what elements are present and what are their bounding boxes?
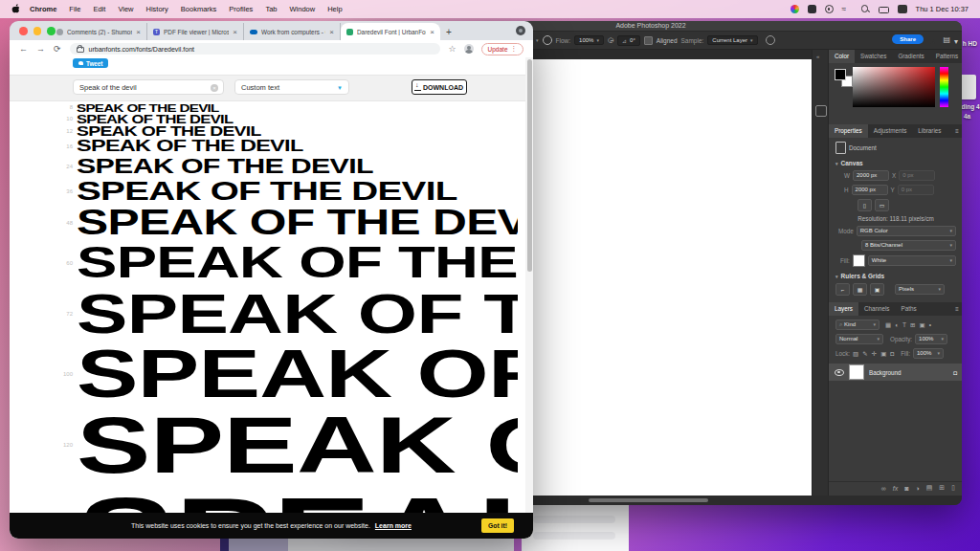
panel-menu-icon[interactable]: ≡ [955, 302, 962, 316]
preview-type-dropdown[interactable]: Custom text ▼ [234, 79, 349, 95]
workspace-switcher-icon[interactable]: ▤ [943, 36, 950, 44]
photoshop-canvas[interactable] [493, 59, 812, 496]
menu-bar-clock[interactable]: Thu 1 Dec 10:37 [916, 5, 969, 13]
control-center-icon[interactable] [898, 5, 907, 13]
layer-visibility-eye-icon[interactable] [835, 369, 844, 376]
update-button[interactable]: Update⋮ [481, 43, 523, 55]
rulers-toggle-icon[interactable]: ⌐ [835, 283, 850, 296]
menu-item-history[interactable]: History [146, 5, 168, 13]
menu-item-tab[interactable]: Tab [265, 5, 277, 13]
sample-dropdown[interactable]: Current Layer▾ [707, 35, 757, 45]
lock-transparency-icon[interactable]: ▨ [853, 350, 858, 358]
layer-name[interactable]: Background [869, 369, 902, 376]
color-field[interactable] [853, 67, 935, 107]
filter-type-layers-icon[interactable]: T [902, 321, 906, 329]
apple-menu-icon[interactable] [11, 4, 20, 14]
lock-position-icon[interactable]: ✛ [872, 350, 877, 358]
new-adjustment-layer-icon[interactable]: ◑ [915, 485, 919, 492]
tool-preset-caret-icon[interactable]: ▾ [536, 37, 539, 43]
lock-pixels-icon[interactable]: ✎ [862, 350, 867, 358]
airbrush-icon[interactable]: ◶ [608, 36, 613, 44]
color-mode-dropdown[interactable]: RGB Color▾ [857, 226, 956, 236]
tab-channels[interactable]: Channels [858, 302, 896, 316]
desktop-icon-label-4a[interactable]: 4a [964, 113, 970, 120]
share-button[interactable]: Share [892, 34, 924, 44]
tab-adjustments[interactable]: Adjustments [868, 124, 913, 138]
new-layer-icon[interactable]: ⊞ [939, 484, 945, 492]
secure-lock-icon[interactable] [77, 47, 84, 54]
layer-style-fx-icon[interactable]: fx [893, 485, 898, 492]
layer-fill-dropdown[interactable]: 100%▾ [913, 348, 944, 359]
layer-filter-kind-dropdown[interactable]: ⌕ Kind▾ [835, 320, 880, 330]
menu-item-profiles[interactable]: Profiles [229, 5, 253, 13]
filter-shape-layers-icon[interactable]: ⊞ [910, 321, 915, 329]
screen-record-status-icon[interactable] [825, 5, 834, 13]
close-tab-icon[interactable]: × [233, 28, 237, 36]
flow-value-box[interactable]: 100%▾ [574, 35, 604, 45]
filter-smart-objects-icon[interactable]: ▣ [920, 321, 925, 329]
canvas-section-header[interactable]: ▾Canvas [829, 160, 962, 166]
profile-avatar[interactable] [464, 44, 474, 54]
fill-dropdown[interactable]: White▾ [868, 255, 956, 266]
guides-toggle-icon[interactable]: ▣ [870, 283, 884, 296]
clear-input-icon[interactable]: × [211, 84, 218, 92]
tab-comments[interactable]: Comments (2) - Shumona Mot × [51, 23, 147, 40]
forward-button[interactable]: → [36, 44, 45, 54]
grid-toggle-icon[interactable]: ▦ [853, 283, 867, 296]
fill-color-swatch[interactable] [853, 254, 865, 267]
menu-item-view[interactable]: View [118, 5, 133, 13]
collapsed-panel-icon[interactable] [815, 105, 827, 117]
lock-artboard-icon[interactable]: ▣ [880, 350, 886, 358]
orientation-landscape-button[interactable]: ▭ [875, 199, 889, 211]
close-tab-icon[interactable]: × [329, 28, 334, 36]
desktop-icon-label-macintosh-hd[interactable]: h HD [963, 40, 977, 47]
close-tab-icon[interactable]: × [136, 28, 141, 36]
url-text[interactable]: urbanfonts.com/fonts/Daredevil.font [89, 46, 195, 53]
tab-onedrive[interactable]: Work from computers - OneDr × [244, 23, 341, 40]
filter-adjustment-layers-icon[interactable]: ◐ [895, 321, 899, 329]
canvas-width-input[interactable]: 2000 px [853, 170, 889, 181]
canvas-horizontal-scrollbar[interactable] [493, 496, 962, 505]
menu-item-help[interactable]: Help [327, 5, 342, 13]
scrollbar-thumb[interactable] [589, 498, 708, 502]
angle-value-box[interactable]: ⊿0° [617, 35, 640, 46]
opacity-dropdown[interactable]: 100%▾ [915, 334, 947, 344]
status-wave-icon[interactable]: ≈ [842, 5, 853, 13]
rulers-grids-section-header[interactable]: ▾Rulers & Grids [829, 273, 962, 279]
lock-all-icon[interactable]: ◘ [890, 350, 894, 358]
bookmark-star-icon[interactable]: ☆ [448, 44, 456, 54]
panel-menu-icon[interactable]: ≡ [955, 124, 962, 138]
options-overflow-caret-icon[interactable]: ▾ [954, 38, 958, 46]
download-button[interactable]: DOWNLOAD [412, 79, 467, 95]
tab-daredevil-font[interactable]: Daredevil Font | UrbanFonts.co × [341, 23, 440, 40]
bit-depth-dropdown[interactable]: 8 Bits/Channel▾ [861, 240, 956, 251]
canvas-height-input[interactable]: 2000 px [852, 185, 888, 195]
orientation-portrait-button[interactable]: ▯ [858, 199, 872, 211]
foreground-color-swatch[interactable] [835, 69, 846, 80]
filter-toggle-icon[interactable]: • [929, 321, 931, 329]
tab-paths[interactable]: Paths [896, 302, 923, 316]
layer-thumbnail[interactable] [849, 364, 864, 380]
new-tab-button[interactable]: + [446, 27, 452, 37]
status-app-color-icon[interactable] [791, 5, 799, 13]
foreground-background-swatches[interactable] [835, 69, 852, 86]
omnibox[interactable]: urbanfonts.com/fonts/Daredevil.font [70, 43, 441, 55]
learn-more-link[interactable]: Learn more [375, 522, 412, 529]
tab-swatches[interactable]: Swatches [855, 50, 892, 63]
minimize-window-button[interactable] [33, 27, 42, 35]
desktop-icon-label-recording[interactable]: rding 4 [959, 103, 980, 110]
blend-mode-dropdown[interactable]: Normal▾ [835, 334, 883, 344]
add-layer-mask-icon[interactable]: ◙ [904, 485, 908, 492]
units-dropdown[interactable]: Pixels▾ [895, 284, 945, 295]
close-tab-icon[interactable]: × [430, 28, 434, 36]
menu-item-file[interactable]: File [69, 5, 80, 13]
close-window-button[interactable] [19, 27, 28, 35]
brush-preset-icon[interactable] [543, 35, 552, 45]
reload-button[interactable]: ⟳ [54, 44, 61, 54]
tab-libraries[interactable]: Libraries [912, 124, 947, 138]
menu-item-edit[interactable]: Edit [93, 5, 105, 13]
page-scrollbar-thumb[interactable] [527, 59, 532, 272]
tab-properties[interactable]: Properties [829, 124, 868, 138]
tweet-button[interactable]: Tweet [73, 58, 108, 68]
tab-color[interactable]: Color [829, 50, 855, 63]
